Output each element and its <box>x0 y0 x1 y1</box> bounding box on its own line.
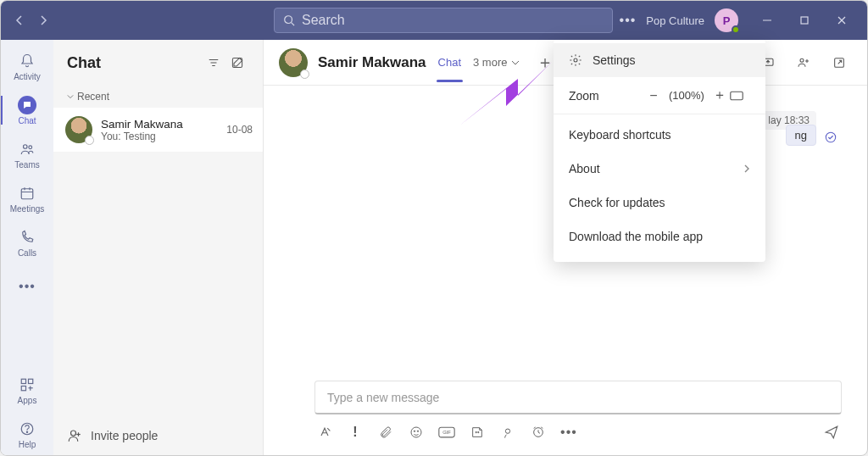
contact-avatar[interactable] <box>279 48 308 77</box>
send-button[interactable] <box>823 424 840 441</box>
message-bubble[interactable]: ng <box>786 125 816 146</box>
search-placeholder: Search <box>302 13 345 28</box>
attach-button[interactable] <box>377 424 394 441</box>
chevron-down-icon <box>67 93 74 100</box>
tab-more-label: 3 more <box>473 56 507 69</box>
presence-indicator <box>300 70 309 79</box>
popout-button[interactable] <box>826 50 852 75</box>
chevron-down-icon <box>511 58 520 67</box>
gif-button[interactable]: GIF <box>438 424 455 441</box>
avatar-initial: P <box>723 14 731 27</box>
rail-meetings[interactable]: Meetings <box>1 177 53 220</box>
rail-more[interactable]: ••• <box>1 265 53 308</box>
svg-point-27 <box>800 58 804 62</box>
search-icon <box>283 14 295 26</box>
nav-forward-button[interactable] <box>33 10 53 31</box>
contact-name: Samir Makwana <box>101 118 226 131</box>
user-avatar[interactable]: P <box>715 8 738 32</box>
svg-point-0 <box>285 16 292 24</box>
invite-label: Invite people <box>91 429 158 442</box>
filter-button[interactable] <box>202 51 225 75</box>
menu-settings[interactable]: Settings <box>554 43 765 77</box>
rail-label: Apps <box>18 396 37 405</box>
svg-rect-8 <box>21 188 33 198</box>
svg-point-32 <box>411 427 421 437</box>
apps-icon <box>18 375 36 394</box>
svg-point-18 <box>26 431 27 432</box>
schedule-button[interactable] <box>530 424 547 441</box>
rail-calls[interactable]: Calls <box>1 221 53 264</box>
svg-point-41 <box>574 58 577 62</box>
svg-point-31 <box>826 132 835 142</box>
calendar-icon <box>18 184 36 203</box>
rail-chat[interactable]: Chat <box>1 89 53 131</box>
rail-label: Calls <box>18 248 36 258</box>
tab-chat[interactable]: Chat <box>437 42 463 82</box>
tab-more[interactable]: 3 more <box>473 56 519 69</box>
more-compose-button[interactable]: ••• <box>560 424 577 441</box>
sticker-button[interactable] <box>469 424 486 441</box>
minimize-button[interactable] <box>748 1 786 40</box>
rail-label: Chat <box>18 116 36 125</box>
more-options-button[interactable]: ••• <box>620 13 637 28</box>
svg-rect-12 <box>21 379 25 383</box>
chat-list-title: Chat <box>67 54 202 72</box>
format-button[interactable] <box>316 424 333 441</box>
svg-point-38 <box>478 431 479 432</box>
add-people-button[interactable] <box>791 50 816 75</box>
menu-zoom: Zoom − (100%) ＋ <box>554 77 765 114</box>
rail-apps[interactable]: Apps <box>1 369 53 411</box>
rail-teams[interactable]: Teams <box>1 133 53 175</box>
svg-point-39 <box>505 429 509 433</box>
search-input[interactable]: Search <box>274 8 613 33</box>
emoji-button[interactable] <box>408 424 425 441</box>
org-name: Pop Culture <box>646 14 704 27</box>
menu-keyboard-shortcuts[interactable]: Keyboard shortcuts <box>554 118 765 152</box>
svg-point-37 <box>476 431 476 432</box>
message-input[interactable]: Type a new message <box>314 381 842 414</box>
section-label: Recent <box>77 91 109 103</box>
svg-line-1 <box>292 23 295 26</box>
read-receipt-icon <box>825 131 837 143</box>
message-input-placeholder: Type a new message <box>327 391 439 404</box>
chat-list-panel: Chat Recent Samir Makwana You: Testing 1… <box>53 40 264 455</box>
priority-button[interactable]: ! <box>347 424 364 441</box>
phone-icon <box>18 228 36 247</box>
nav-back-button[interactable] <box>9 10 30 31</box>
bell-icon <box>18 52 36 70</box>
app-rail: Activity Chat Teams Meetings Calls ••• <box>1 40 53 455</box>
zoom-label: Zoom <box>569 89 643 103</box>
invite-icon <box>67 428 82 443</box>
rail-activity[interactable]: Activity <box>1 45 53 87</box>
zoom-value: (100%) <box>664 89 709 102</box>
menu-label: Settings <box>593 53 636 67</box>
invite-people-button[interactable]: Invite people <box>53 416 263 455</box>
teams-icon <box>18 140 36 158</box>
chat-section-recent[interactable]: Recent <box>53 86 263 108</box>
loop-button[interactable] <box>499 424 516 441</box>
fullscreen-button[interactable] <box>730 91 750 101</box>
chevron-right-icon <box>743 164 750 173</box>
close-button[interactable] <box>823 1 860 40</box>
presence-indicator <box>85 136 94 145</box>
message-time: 10-08 <box>226 124 253 136</box>
menu-about[interactable]: About <box>554 152 765 186</box>
maximize-button[interactable] <box>786 1 823 40</box>
ellipsis-icon: ••• <box>18 277 36 296</box>
contact-avatar <box>65 116 92 143</box>
menu-label: About <box>569 162 600 175</box>
menu-check-updates[interactable]: Check for updates <box>554 186 765 220</box>
presence-indicator <box>732 25 740 34</box>
compose-area: Type a new message ! GIF ••• <box>264 381 867 455</box>
rail-label: Meetings <box>10 204 45 214</box>
svg-point-7 <box>29 145 32 148</box>
rail-help[interactable]: Help <box>1 413 53 455</box>
svg-rect-3 <box>801 17 808 24</box>
new-chat-button[interactable] <box>225 51 249 75</box>
add-tab-button[interactable]: ＋ <box>537 51 554 74</box>
menu-download-app[interactable]: Download the mobile app <box>554 220 765 253</box>
svg-text:GIF: GIF <box>442 431 451 436</box>
chat-list-item[interactable]: Samir Makwana You: Testing 10-08 <box>53 108 263 152</box>
zoom-out-button[interactable]: − <box>643 88 664 103</box>
zoom-in-button[interactable]: ＋ <box>709 86 730 104</box>
